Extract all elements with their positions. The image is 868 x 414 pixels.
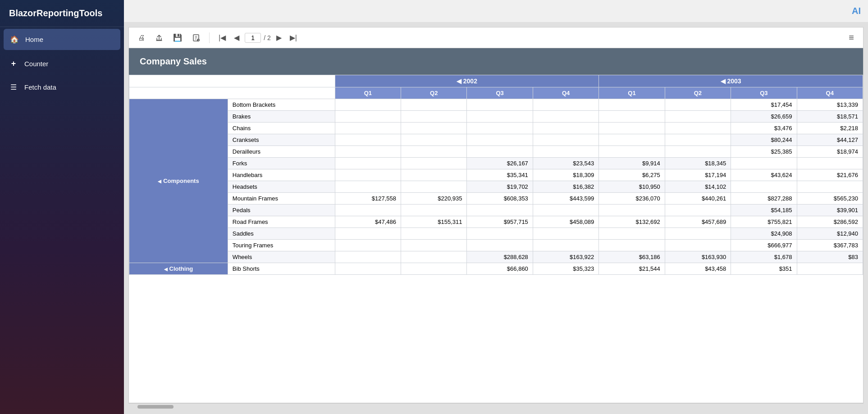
data-cell (533, 99, 598, 111)
save-button[interactable]: 💾 (170, 32, 185, 44)
data-cell (599, 134, 665, 146)
data-cell (533, 134, 598, 146)
category-cell-components: ◀Components (129, 99, 228, 263)
topbar-ai-label: AI (852, 6, 861, 16)
toolbar-menu-button[interactable]: ≡ (846, 31, 857, 45)
data-cell (599, 123, 665, 134)
data-cell (665, 123, 731, 134)
data-cell (665, 111, 731, 123)
prev-page-button[interactable]: ◀ (231, 32, 242, 44)
q2-2003-header: Q2 (665, 87, 731, 99)
product-label: Handlebars (228, 169, 335, 181)
data-cell (467, 111, 533, 123)
data-cell (335, 169, 401, 181)
data-cell: $1,678 (731, 251, 797, 263)
data-cell (599, 99, 665, 111)
data-cell: $6,275 (599, 169, 665, 181)
data-cell (335, 123, 401, 134)
data-cell (665, 146, 731, 158)
first-page-button[interactable]: |◀ (216, 32, 228, 44)
data-cell (797, 158, 863, 169)
page-setup-button[interactable] (189, 32, 203, 44)
data-cell: $18,974 (797, 146, 863, 158)
scrollbar-thumb[interactable] (137, 405, 174, 409)
sidebar-label-counter: Counter (24, 60, 48, 68)
q4-2002-header: Q4 (533, 87, 598, 99)
data-cell: $80,244 (731, 134, 797, 146)
data-cell (401, 146, 467, 158)
data-cell (533, 228, 598, 240)
next-page-button[interactable]: ▶ (274, 32, 284, 44)
data-cell (401, 158, 467, 169)
table-row: Wheels$288,628$163,922$63,186$163,930$1,… (129, 251, 863, 263)
data-cell: $14,102 (665, 181, 731, 193)
data-cell (335, 251, 401, 263)
print-button[interactable]: 🖨 (135, 32, 148, 44)
data-cell: $236,070 (599, 193, 665, 205)
sidebar-item-counter[interactable]: + Counter (0, 52, 124, 76)
data-cell (665, 228, 731, 240)
empty-header-2 (129, 87, 335, 99)
table-row: Pedals$54,185$39,901 (129, 205, 863, 216)
product-label: Touring Frames (228, 240, 335, 251)
category-cell-clothing: ◀Clothing (129, 263, 228, 275)
data-cell (401, 169, 467, 181)
data-cell (401, 240, 467, 251)
sidebar-label-fetch: Fetch data (24, 83, 56, 91)
data-cell (401, 123, 467, 134)
report-container[interactable]: Company Sales ◀ 2002 ◀ 2003 (128, 48, 863, 403)
sidebar-item-fetch-data[interactable]: ☰ Fetch data (0, 76, 124, 99)
data-cell: $23,543 (533, 158, 598, 169)
data-cell (797, 263, 863, 275)
data-cell (599, 111, 665, 123)
data-cell (731, 181, 797, 193)
data-cell: $35,341 (467, 169, 533, 181)
product-label: Bib Shorts (228, 263, 335, 275)
list-icon: ☰ (9, 83, 18, 91)
data-cell (401, 134, 467, 146)
sidebar-item-home[interactable]: 🏠 Home (4, 29, 120, 50)
data-cell: $443,599 (533, 193, 598, 205)
q3-2002-header: Q3 (467, 87, 533, 99)
table-row: Saddles$24,908$12,940 (129, 228, 863, 240)
data-cell: $54,185 (731, 205, 797, 216)
data-cell: $43,458 (665, 263, 731, 275)
page-number-input[interactable] (245, 33, 261, 43)
export-button[interactable] (152, 32, 166, 44)
product-label: Derailleurs (228, 146, 335, 158)
data-cell: $24,908 (731, 228, 797, 240)
product-label: Forks (228, 158, 335, 169)
data-cell: $47,486 (335, 216, 401, 228)
year-2002-arrow: ◀ (457, 77, 463, 85)
page-total: / 2 (264, 34, 271, 41)
data-cell (797, 181, 863, 193)
sidebar-nav: 🏠 Home + Counter ☰ Fetch data (0, 27, 124, 99)
data-cell (467, 240, 533, 251)
data-cell: $17,454 (731, 99, 797, 111)
product-label: Cranksets (228, 134, 335, 146)
data-cell: $17,194 (665, 169, 731, 181)
data-cell: $21,544 (599, 263, 665, 275)
data-cell: $26,659 (731, 111, 797, 123)
horizontal-scrollbar[interactable] (128, 403, 863, 409)
data-cell: $26,167 (467, 158, 533, 169)
report-viewer: 🖨 💾 |◀ ◀ / 2 (124, 23, 868, 414)
product-label: Headsets (228, 181, 335, 193)
home-icon: 🏠 (10, 35, 19, 44)
data-cell: $367,783 (797, 240, 863, 251)
toolbar-separator-1 (209, 32, 210, 43)
year-2002-label: 2002 (463, 77, 477, 85)
data-cell: $440,261 (665, 193, 731, 205)
data-cell (401, 99, 467, 111)
q2-2002-header: Q2 (401, 87, 467, 99)
data-cell (599, 228, 665, 240)
data-cell (467, 123, 533, 134)
data-cell: $127,558 (335, 193, 401, 205)
sidebar-label-home: Home (25, 36, 43, 43)
data-cell (401, 181, 467, 193)
table-row: Mountain Frames$127,558$220,935$608,353$… (129, 193, 863, 205)
last-page-button[interactable]: ▶| (287, 32, 300, 44)
product-label: Saddles (228, 228, 335, 240)
data-cell (599, 240, 665, 251)
export-icon (155, 34, 163, 42)
